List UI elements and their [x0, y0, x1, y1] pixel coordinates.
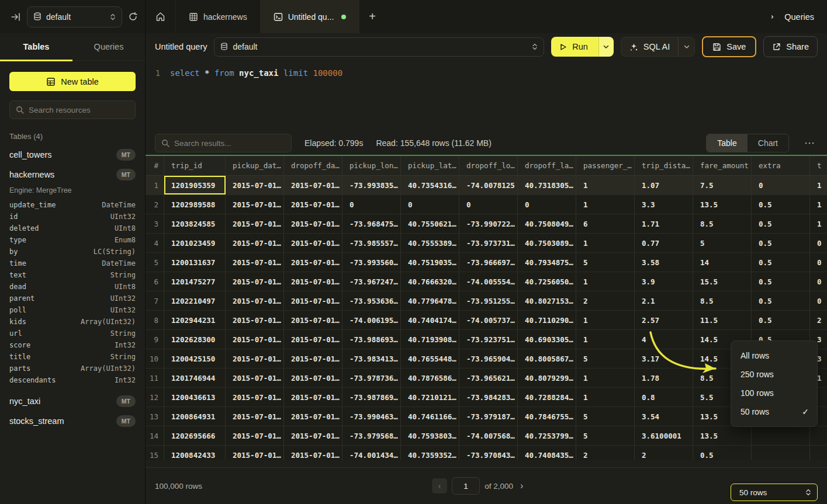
table-cell[interactable]: 1202695666: [164, 426, 226, 445]
table-cell[interactable]: 3.17: [635, 349, 693, 368]
table-cell[interactable]: 40.7193908…: [401, 330, 459, 349]
queries-button[interactable]: Queries: [769, 12, 814, 22]
sql-ai-caret[interactable]: [678, 37, 694, 56]
column-header[interactable]: passenger_…: [576, 156, 635, 175]
table-cell[interactable]: 40.7796478…: [401, 291, 459, 310]
table-cell[interactable]: -73.987869…: [342, 388, 401, 406]
table-cell[interactable]: 2015-07-01…: [226, 369, 284, 387]
table-cell[interactable]: 2015-07-01…: [284, 253, 342, 272]
table-cell[interactable]: 2015-07-01…: [284, 349, 342, 368]
table-cell[interactable]: 0.5: [752, 272, 810, 291]
table-cell[interactable]: 11.5: [693, 311, 752, 329]
table-cell[interactable]: -73.985557…: [342, 234, 401, 252]
table-cell[interactable]: -73.979568…: [342, 426, 401, 445]
table-cell[interactable]: 8.5: [693, 291, 752, 310]
menu-item-50-rows[interactable]: 50 rows✓: [731, 402, 817, 421]
table-cell[interactable]: 2: [810, 311, 827, 329]
table-cell[interactable]: -73.993835…: [342, 176, 401, 194]
table-cell[interactable]: 0: [810, 291, 827, 310]
table-cell[interactable]: 3.9: [635, 272, 693, 291]
table-cell[interactable]: -73.965904…: [459, 349, 518, 368]
table-cell[interactable]: 40.7846755…: [518, 407, 576, 426]
table-cell[interactable]: 0: [810, 234, 827, 252]
table-cell[interactable]: 2015-07-01…: [284, 426, 342, 445]
table-cell[interactable]: 0.8: [635, 388, 693, 406]
table-cell[interactable]: 2015-07-01…: [226, 446, 284, 460]
table-cell[interactable]: 1: [576, 272, 635, 291]
table-cell[interactable]: 2: [576, 446, 635, 460]
table-cell[interactable]: 0: [342, 195, 401, 214]
table-cell[interactable]: 1: [576, 195, 635, 214]
column-header[interactable]: trip_id: [164, 156, 226, 175]
results-search-input[interactable]: [174, 139, 285, 148]
tab-untitled-query[interactable]: Untitled qu...: [261, 0, 360, 33]
sidebar-item-nyc-taxi[interactable]: nyc_taxi MT: [0, 387, 145, 407]
table-cell[interactable]: -73.965621…: [459, 369, 518, 387]
new-table-button[interactable]: New table: [9, 72, 136, 91]
table-cell[interactable]: -74.007568…: [459, 426, 518, 445]
table-cell[interactable]: 5: [576, 407, 635, 426]
table-cell[interactable]: 1200436613: [164, 388, 226, 406]
table-cell[interactable]: 0.5: [752, 195, 810, 214]
column-header[interactable]: pickup_lat…: [401, 156, 459, 175]
table-cell[interactable]: -73.979187…: [459, 407, 518, 426]
more-options-icon[interactable]: ⋯: [802, 137, 818, 150]
table-cell[interactable]: 1: [576, 330, 635, 349]
table-cell[interactable]: 0.5: [752, 234, 810, 252]
column-header[interactable]: dropoff_lo…: [459, 156, 518, 175]
table-cell[interactable]: 1: [810, 176, 827, 194]
table-cell[interactable]: 1: [576, 369, 635, 387]
topbar-database-select[interactable]: default: [27, 6, 122, 27]
table-cell[interactable]: 0.77: [635, 234, 693, 252]
table-cell[interactable]: -73.953636…: [342, 291, 401, 310]
table-cell[interactable]: 40.7110290…: [518, 311, 576, 329]
table-cell[interactable]: 1202944231: [164, 311, 226, 329]
table-cell[interactable]: 3.6100001: [635, 426, 693, 445]
table-cell[interactable]: 4: [635, 330, 693, 349]
table-cell[interactable]: 40.8079299…: [518, 369, 576, 387]
table-cell[interactable]: -73.973731…: [459, 234, 518, 252]
column-header[interactable]: dropoff_la…: [518, 156, 576, 175]
table-cell[interactable]: 1: [576, 388, 635, 406]
table-cell[interactable]: 1202989588: [164, 195, 226, 214]
table-cell[interactable]: 2: [635, 446, 693, 460]
table-cell[interactable]: 40.8005867…: [518, 349, 576, 368]
table-cell[interactable]: 2015-07-01…: [226, 176, 284, 194]
table-cell[interactable]: 40.7461166…: [401, 407, 459, 426]
table-cell[interactable]: 2015-07-01…: [284, 291, 342, 310]
table-cell[interactable]: 2.1: [635, 291, 693, 310]
column-header[interactable]: t: [810, 156, 827, 175]
table-cell[interactable]: 2015-07-01…: [284, 388, 342, 406]
table-cell[interactable]: 40.7253799…: [518, 426, 576, 445]
table-cell[interactable]: 1.78: [635, 369, 693, 387]
table-cell[interactable]: -73.990722…: [459, 214, 518, 233]
table-cell[interactable]: 2015-07-01…: [284, 234, 342, 252]
table-cell[interactable]: 1201023459: [164, 234, 226, 252]
table-cell[interactable]: 1200425150: [164, 349, 226, 368]
sidebar-item-cell-towers[interactable]: cell_towers MT: [0, 141, 145, 161]
table-cell[interactable]: 3.54: [635, 407, 693, 426]
table-cell[interactable]: 2015-07-01…: [226, 253, 284, 272]
menu-item-100-rows[interactable]: 100 rows: [731, 384, 817, 402]
table-cell[interactable]: 0.5: [752, 214, 810, 233]
table-cell[interactable]: 1201475277: [164, 272, 226, 291]
column-header[interactable]: pickup_dat…: [226, 156, 284, 175]
tab-hackernews[interactable]: hackernews: [176, 0, 261, 33]
table-cell[interactable]: 2015-07-01…: [284, 369, 342, 387]
table-cell[interactable]: -73.923751…: [459, 330, 518, 349]
table-cell[interactable]: 0.5: [752, 253, 810, 272]
sidebar-item-stocks-stream[interactable]: stocks_stream MT: [0, 407, 145, 427]
table-cell[interactable]: 1.07: [635, 176, 693, 194]
table-cell[interactable]: 15.5: [693, 272, 752, 291]
table-cell[interactable]: 2015-07-01…: [226, 407, 284, 426]
table-cell[interactable]: 40.7288284…: [518, 388, 576, 406]
table-cell[interactable]: -73.993560…: [342, 253, 401, 272]
table-cell[interactable]: [810, 446, 827, 460]
table-cell[interactable]: 5: [576, 426, 635, 445]
table-cell[interactable]: -74.0078125: [459, 176, 518, 194]
table-cell[interactable]: 1: [810, 214, 827, 233]
next-page-button[interactable]: ›: [518, 481, 525, 491]
table-cell[interactable]: -74.001434…: [342, 446, 401, 460]
view-tab-chart[interactable]: Chart: [748, 134, 788, 152]
table-cell[interactable]: 2015-07-01…: [226, 272, 284, 291]
